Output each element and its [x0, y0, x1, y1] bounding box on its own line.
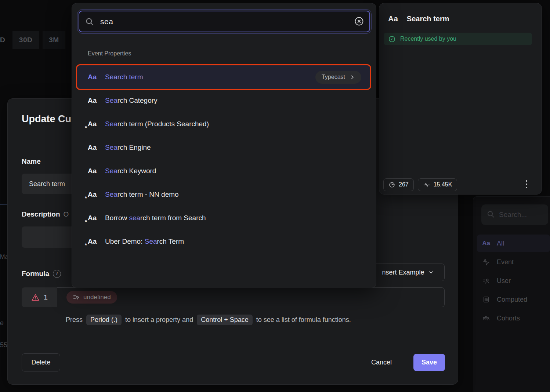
event-volume-pill[interactable]: 15.45K	[418, 178, 457, 191]
chart-axis-label: e	[0, 319, 4, 327]
sidebar-filter-cohorts[interactable]: Cohorts	[477, 309, 550, 327]
name-label: Name	[22, 157, 41, 166]
search-icon	[85, 17, 94, 26]
property-row[interactable]: Aa*Borrow search term from Search	[77, 206, 370, 230]
text-property-icon: Aa	[88, 97, 98, 105]
time-tab-30d[interactable]: 30D	[12, 31, 39, 49]
text-property-icon: Aa	[482, 240, 490, 247]
typecast-button[interactable]: Typecast	[315, 71, 361, 84]
property-row[interactable]: Aa*Uber Demo: Search Term	[77, 230, 370, 253]
save-button[interactable]: Save	[413, 354, 445, 371]
recently-used-label: Recently used by you	[400, 36, 456, 42]
sidebar-filter-event[interactable]: Event	[477, 253, 550, 271]
event-icon	[482, 258, 490, 266]
info-icon[interactable]: i	[53, 270, 61, 278]
property-row-label: Search Engine	[105, 144, 151, 152]
computed-icon	[482, 296, 490, 303]
kbd-control-space: Control + Space	[197, 315, 253, 325]
kbd-period: Period (.)	[86, 315, 122, 325]
property-details-title: Search term	[407, 15, 449, 23]
custom-asterisk: *	[85, 195, 87, 201]
property-row-label: Search Category	[105, 97, 158, 105]
property-row[interactable]: AaSearch Keyword	[77, 159, 370, 183]
details-footer: 267 15.45K	[379, 175, 542, 194]
sidebar-filter-label: All	[497, 240, 504, 247]
section-header-event-properties: Event Properties	[88, 50, 131, 57]
sidebar-filter-computed[interactable]: Computed	[477, 291, 550, 308]
typecast-label: Typecast	[322, 74, 345, 80]
text-property-icon: Aa	[88, 73, 98, 81]
property-row-label: Borrow search term from Search	[105, 214, 206, 222]
text-property-icon: Aa	[88, 144, 98, 152]
chevron-down-icon	[428, 269, 434, 275]
property-row-label: Search term (Products Searched)	[105, 120, 209, 128]
custom-asterisk: *	[85, 242, 87, 248]
property-filter-sidebar: AaAllEventUserComputedCohorts	[473, 196, 550, 392]
property-row[interactable]: AaSearch Engine	[77, 136, 370, 159]
chevron-right-icon	[350, 75, 355, 80]
property-row-label: Search term	[105, 73, 143, 81]
property-row[interactable]: Aa*Search term (Products Searched)	[77, 112, 370, 136]
kebab-menu-icon	[525, 179, 528, 189]
property-row[interactable]: Aa*Search term - NN demo	[77, 183, 370, 206]
help-suffix: to see a list of formula functions.	[256, 316, 351, 324]
custom-text-property-icon: Aa*	[88, 214, 98, 222]
formula-error-indicator: 1	[22, 287, 57, 307]
property-search-dropdown: Event Properties AaSearch termTypecastAa…	[72, 3, 376, 288]
cohorts-icon	[482, 314, 490, 322]
formula-label: Formula	[22, 270, 49, 278]
delete-button[interactable]: Delete	[22, 353, 60, 371]
sidebar-filter-user[interactable]: User	[477, 272, 550, 290]
chart-axis-label: 55	[0, 341, 7, 349]
property-type-filter-list: AaAllEventUserComputedCohorts	[477, 235, 550, 328]
distinct-values-count: 267	[399, 181, 409, 188]
custom-text-property-icon: Aa*	[88, 120, 98, 128]
x-circle-icon	[354, 16, 364, 26]
time-range-tabs: D 30D 3M	[0, 31, 65, 49]
clear-search-button[interactable]	[354, 16, 364, 26]
text-property-icon: Aa	[88, 167, 98, 175]
error-count: 1	[44, 293, 48, 301]
property-results-list: AaSearch termTypecastAaSearch CategoryAa…	[77, 65, 370, 253]
search-icon	[486, 210, 495, 218]
description-label: DescriptionO	[22, 210, 69, 218]
property-row[interactable]: AaSearch Category	[77, 89, 370, 112]
custom-event-icon	[73, 294, 80, 301]
custom-asterisk: *	[85, 124, 87, 131]
help-mid: to insert a property and	[125, 316, 193, 324]
property-search-input[interactable]	[79, 11, 370, 32]
custom-asterisk: *	[85, 218, 87, 225]
property-row-label: Search Keyword	[105, 167, 156, 175]
cancel-button[interactable]: Cancel	[361, 353, 402, 371]
custom-text-property-icon: Aa*	[88, 190, 98, 199]
clock-icon	[388, 35, 396, 43]
sidebar-filter-label: Event	[497, 258, 514, 266]
distinct-values-pill[interactable]: 267	[383, 178, 414, 191]
sidebar-filter-label: User	[497, 277, 511, 285]
text-property-type-icon: Aa	[388, 14, 398, 23]
more-options-button[interactable]	[522, 179, 531, 189]
app-window: D 30D 3M May e 55 Update Cu Name Descrip…	[0, 0, 550, 392]
sidebar-filter-label: Cohorts	[497, 315, 520, 322]
property-details-panel: Aa Search term Recently used by you 267	[379, 3, 542, 195]
time-tab-3m[interactable]: 3M	[43, 31, 65, 49]
recently-used-badge: Recently used by you	[384, 33, 532, 45]
sidebar-filter-all[interactable]: AaAll	[477, 235, 550, 252]
event-volume-count: 15.45K	[434, 181, 452, 188]
custom-text-property-icon: Aa*	[88, 237, 98, 246]
insert-example-button[interactable]: nsert Example	[371, 264, 445, 281]
formula-input[interactable]: undefined	[57, 287, 445, 307]
help-press: Press	[66, 316, 83, 324]
time-tab-7d[interactable]: D	[0, 31, 8, 49]
formula-property-chip[interactable]: undefined	[66, 291, 117, 304]
property-row-label: Uber Demo: Search Term	[105, 237, 184, 246]
description-hint: O	[64, 210, 69, 218]
property-row[interactable]: AaSearch termTypecast	[77, 65, 370, 89]
sidebar-filter-label: Computed	[497, 296, 527, 304]
chip-label: undefined	[83, 294, 111, 301]
property-row-label: Search term - NN demo	[105, 190, 179, 199]
description-label-text: Description	[22, 210, 60, 218]
modal-title: Update Cu	[22, 113, 71, 125]
activity-icon	[423, 181, 430, 188]
user-icon	[482, 277, 490, 285]
